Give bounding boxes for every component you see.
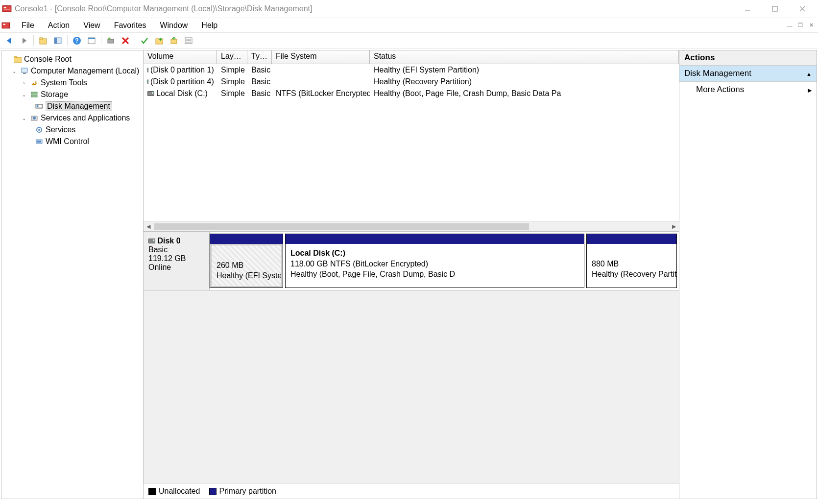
tools-icon	[30, 78, 39, 87]
center-pane: Volume Layout Type File System Status (D…	[144, 50, 679, 499]
menu-action[interactable]: Action	[41, 20, 76, 31]
list-button[interactable]	[182, 34, 195, 47]
wmi-icon	[35, 137, 44, 146]
volume-name: (Disk 0 partition 1)	[150, 66, 214, 74]
app-icon	[2, 4, 12, 14]
menu-window[interactable]: Window	[153, 20, 194, 31]
properties-button[interactable]	[85, 34, 98, 47]
svg-rect-28	[23, 73, 26, 74]
disk-label[interactable]: Disk 0 Basic 119.12 GB Online	[144, 232, 210, 290]
col-layout[interactable]: Layout	[217, 50, 247, 64]
svg-rect-9	[40, 39, 47, 44]
tree-console-root[interactable]: Console Root	[3, 53, 141, 65]
partition[interactable]: 880 MB Healthy (Recovery Partitio	[586, 234, 677, 288]
mdi-close-button[interactable]: ✕	[806, 21, 816, 30]
disk-icon	[148, 239, 155, 243]
check-button[interactable]	[138, 34, 151, 47]
disk-mgmt-icon	[35, 102, 44, 111]
help-button[interactable]: ?	[71, 34, 83, 47]
back-button[interactable]	[3, 34, 16, 47]
tree-disk-management[interactable]: Disk Management	[3, 100, 141, 112]
volume-row[interactable]: Local Disk (C:) Simple Basic NTFS (BitLo…	[144, 88, 679, 99]
svg-rect-16	[88, 38, 95, 39]
partition-size: 260 MB	[217, 260, 276, 271]
volume-list-body[interactable]: (Disk 0 partition 1) Simple Basic Health…	[144, 64, 679, 221]
legend-primary: Primary partition	[209, 487, 276, 496]
col-type[interactable]: Type	[247, 50, 272, 64]
volume-type: Basic	[247, 77, 272, 86]
partition[interactable]: 260 MB Healthy (EFI System	[210, 234, 283, 288]
close-button[interactable]	[789, 0, 816, 18]
maximize-button[interactable]	[761, 0, 789, 18]
menu-file[interactable]: File	[15, 20, 41, 31]
svg-point-37	[38, 129, 40, 131]
svg-rect-2	[4, 9, 10, 9]
partition-bar	[587, 234, 676, 244]
folder-icon	[13, 55, 22, 64]
partition-bar	[286, 234, 584, 244]
volume-list: Volume Layout Type File System Status (D…	[144, 50, 679, 232]
svg-rect-8	[3, 24, 5, 24]
tree-storage[interactable]: ⌄ Storage	[3, 89, 141, 100]
partition-bar	[210, 234, 283, 244]
statusbar	[0, 500, 818, 504]
volume-row[interactable]: (Disk 0 partition 4) Simple Basic Health…	[144, 76, 679, 88]
svg-point-18	[108, 38, 111, 40]
tree-label: Services and Applications	[41, 114, 130, 122]
expander-icon[interactable]: ⌄	[20, 92, 28, 97]
new-folder-button[interactable]	[153, 34, 166, 47]
show-hide-tree-button[interactable]	[51, 34, 64, 47]
refresh-button[interactable]	[104, 34, 117, 47]
volume-name: Local Disk (C:)	[156, 89, 208, 98]
actions-pane: Actions Disk Management More Actions	[679, 50, 817, 499]
col-status[interactable]: Status	[370, 50, 679, 64]
actions-group[interactable]: Disk Management	[679, 66, 817, 82]
titlebar: Console1 - [Console Root\Computer Manage…	[0, 0, 818, 18]
partition[interactable]: Local Disk (C:) 118.00 GB NTFS (BitLocke…	[285, 234, 584, 288]
expander-icon[interactable]: ⌄	[20, 116, 28, 121]
tree-wmi-control[interactable]: WMI Control	[3, 136, 141, 147]
svg-rect-1	[4, 7, 6, 8]
volume-type: Basic	[247, 89, 272, 98]
svg-rect-4	[772, 6, 777, 11]
tree-services[interactable]: Services	[3, 124, 141, 136]
actions-more-label: More Actions	[696, 85, 744, 95]
legend: Unallocated Primary partition	[144, 483, 679, 499]
scroll-left-icon[interactable]: ◀	[144, 223, 153, 230]
expander-icon[interactable]: ›	[20, 80, 28, 86]
mdi-minimize-button[interactable]: —	[785, 21, 794, 30]
hscrollbar[interactable]: ◀ ▶	[144, 221, 679, 231]
delete-button[interactable]	[119, 34, 132, 47]
menu-favorites[interactable]: Favorites	[107, 20, 153, 31]
mdi-restore-button[interactable]: ❐	[795, 21, 805, 30]
actions-more[interactable]: More Actions	[679, 82, 817, 97]
scroll-thumb[interactable]	[154, 223, 529, 230]
tree-services-apps[interactable]: ⌄ Services and Applications	[3, 112, 141, 124]
svg-rect-32	[37, 105, 38, 107]
svg-rect-29	[31, 92, 37, 94]
scroll-right-icon[interactable]: ▶	[669, 223, 679, 230]
actions-header: Actions	[679, 50, 817, 66]
export-button[interactable]	[168, 34, 180, 47]
tree-label: WMI Control	[46, 137, 89, 146]
tree-computer-management[interactable]: ⌄ Computer Management (Local)	[3, 65, 141, 77]
minimize-button[interactable]	[734, 0, 761, 18]
disk-size: 119.12 GB	[148, 254, 205, 263]
menubar-row: File Action View Favorites Window Help —…	[0, 18, 818, 32]
disk-row[interactable]: Disk 0 Basic 119.12 GB Online 260 MB Hea…	[144, 232, 679, 290]
menu-help[interactable]: Help	[194, 20, 224, 31]
tree-system-tools[interactable]: › System Tools	[3, 77, 141, 89]
menu-view[interactable]: View	[76, 20, 107, 31]
forward-button[interactable]	[18, 34, 30, 47]
col-filesystem[interactable]: File System	[272, 50, 370, 64]
up-button[interactable]	[37, 34, 49, 47]
tree[interactable]: Console Root ⌄ Computer Management (Loca…	[3, 53, 141, 147]
disk-state: Online	[148, 263, 205, 272]
mmc-icon	[0, 18, 12, 32]
window-controls	[734, 0, 816, 18]
volume-icon	[147, 79, 148, 84]
expander-icon[interactable]: ⌄	[10, 69, 18, 74]
volume-row[interactable]: (Disk 0 partition 1) Simple Basic Health…	[144, 64, 679, 76]
storage-icon	[30, 90, 39, 99]
col-volume[interactable]: Volume	[144, 50, 217, 64]
